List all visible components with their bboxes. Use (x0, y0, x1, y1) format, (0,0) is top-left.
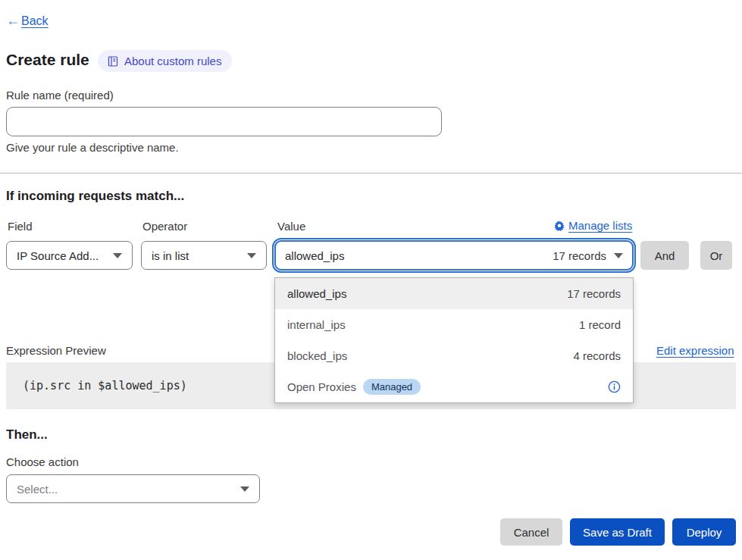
operator-select-value: is in list (152, 249, 189, 262)
value-select-value: allowed_ips (285, 249, 344, 262)
back-link-label: Back (21, 14, 49, 28)
or-button[interactable]: Or (700, 241, 732, 270)
chevron-down-icon (247, 253, 256, 258)
book-icon (107, 55, 119, 67)
back-link[interactable]: ←Back (6, 13, 49, 29)
value-column-label: Value (277, 220, 305, 233)
chevron-down-icon (113, 253, 122, 258)
edit-expression-link[interactable]: Edit expression (656, 344, 734, 357)
expression-preview-label: Expression Preview (6, 344, 106, 357)
create-rule-page: ←Back Create rule About custom rules Rul… (0, 0, 742, 560)
manage-lists-label: Manage lists (568, 219, 632, 232)
list-item-record-count: 17 records (567, 287, 621, 300)
match-section-heading: If incoming requests match... (6, 189, 184, 204)
list-item-name: internal_ips (287, 318, 346, 331)
list-dropdown-panel: allowed_ips 17 records internal_ips 1 re… (274, 277, 634, 403)
gear-icon (554, 221, 565, 231)
deploy-button[interactable]: Deploy (672, 518, 736, 546)
operator-column-label: Operator (142, 220, 187, 233)
save-as-draft-button[interactable]: Save as Draft (570, 518, 665, 546)
rule-name-input[interactable] (6, 107, 442, 136)
chevron-down-icon (240, 486, 249, 492)
page-title: Create rule (6, 51, 89, 69)
managed-badge: Managed (363, 379, 421, 395)
then-section-heading: Then... (6, 427, 48, 443)
value-select-record-count: 17 records (553, 249, 606, 262)
list-item-record-count: 1 record (579, 318, 621, 331)
back-arrow-icon: ← (6, 13, 20, 29)
about-custom-rules-label: About custom rules (124, 55, 221, 67)
chevron-down-icon (614, 253, 623, 258)
action-select-placeholder: Select... (17, 483, 58, 496)
rule-name-label: Rule name (required) (6, 89, 114, 102)
action-select[interactable]: Select... (6, 474, 260, 503)
choose-action-label: Choose action (6, 455, 79, 468)
list-item-record-count: 4 records (573, 349, 621, 362)
about-custom-rules-link[interactable]: About custom rules (98, 50, 232, 72)
operator-select[interactable]: is in list (141, 241, 267, 270)
expression-code: (ip.src in $allowed_ips) (23, 379, 187, 393)
list-item-blocked-ips[interactable]: blocked_ips 4 records (275, 340, 633, 371)
field-select-value: IP Source Add... (17, 249, 99, 262)
list-item-internal-ips[interactable]: internal_ips 1 record (275, 309, 633, 340)
info-icon[interactable] (608, 380, 621, 393)
manage-lists-link[interactable]: Manage lists (554, 219, 632, 232)
field-column-label: Field (8, 220, 33, 233)
field-select[interactable]: IP Source Add... (6, 241, 133, 270)
list-item-open-proxies[interactable]: Open Proxies Managed (275, 371, 633, 402)
list-item-name: Open Proxies (287, 380, 356, 393)
list-item-allowed-ips[interactable]: allowed_ips 17 records (275, 278, 633, 309)
rule-name-helper-text: Give your rule a descriptive name. (6, 141, 179, 154)
and-button[interactable]: And (640, 241, 689, 270)
cancel-button[interactable]: Cancel (500, 518, 562, 546)
value-select[interactable]: allowed_ips 17 records (274, 240, 634, 271)
list-item-name: blocked_ips (287, 349, 347, 362)
section-divider (0, 173, 742, 174)
list-item-name: allowed_ips (287, 287, 346, 300)
